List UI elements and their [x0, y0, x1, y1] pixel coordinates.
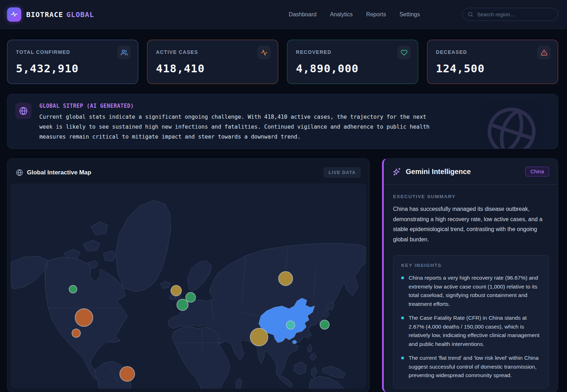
- region-badge[interactable]: China: [525, 167, 549, 177]
- world-map-svg: [11, 183, 366, 389]
- gemini-header: Gemini Intelligence China: [384, 159, 558, 185]
- bullet-dot-icon: [401, 276, 404, 279]
- map-title: Global Interactive Map: [27, 169, 91, 176]
- search-input[interactable]: [476, 11, 553, 18]
- stat-card-deceased: DECEASED 124,500: [427, 40, 558, 84]
- global-sitrep-panel: GLOBAL SITREP (AI GENERATED) Current glo…: [7, 94, 558, 149]
- stat-value: 4,890,000: [296, 62, 409, 75]
- case-bubble-germany[interactable]: [186, 292, 196, 302]
- brand-accent: GLOBAL: [66, 10, 94, 19]
- stat-label: RECOVERED: [296, 49, 409, 55]
- users-icon: [117, 46, 131, 59]
- stat-card-total-confirmed: TOTAL CONFIRMED 5,432,910: [7, 40, 138, 84]
- key-insights-list: China reports a very high recovery rate …: [401, 274, 540, 380]
- case-bubble-japan[interactable]: [320, 320, 329, 329]
- app-logo: [7, 7, 21, 22]
- case-bubble-china[interactable]: [286, 321, 295, 329]
- case-bubble-russia[interactable]: [279, 271, 293, 286]
- sitrep-body: Current global stats indicate a signific…: [39, 112, 433, 142]
- globe-icon: [16, 169, 23, 176]
- bullet-dot-icon: [401, 357, 404, 359]
- sitrep-title: GLOBAL SITREP (AI GENERATED): [39, 103, 433, 109]
- land-madagascar: [236, 378, 242, 389]
- stats-row: TOTAL CONFIRMED 5,432,910 ACTIVE CASES 4…: [7, 40, 558, 84]
- gemini-intelligence-panel: Gemini Intelligence China EXECUTIVE SUMM…: [382, 158, 558, 392]
- case-bubble-mexico[interactable]: [72, 329, 80, 337]
- gemini-title: Gemini Intelligence: [406, 168, 471, 176]
- activity-icon: [257, 46, 271, 59]
- land-greenland: [116, 200, 171, 292]
- bullet-dot-icon: [401, 317, 404, 319]
- insight-item: China reports a very high recovery rate …: [401, 274, 540, 308]
- stat-value: 418,410: [156, 62, 269, 75]
- insight-item: The current 'flat trend' and 'low risk l…: [401, 354, 540, 380]
- heart-icon: [397, 46, 411, 59]
- land-scandinavia: [187, 261, 212, 291]
- case-bubble-uk[interactable]: [171, 285, 181, 296]
- search-box[interactable]: [462, 8, 558, 21]
- stat-value: 124,500: [436, 62, 549, 75]
- main-nav: Dashboard Analytics Reports Settings: [289, 11, 420, 18]
- live-data-badge: LIVE DATA: [324, 167, 361, 178]
- pulse-icon: [10, 11, 18, 18]
- nav-settings[interactable]: Settings: [399, 11, 420, 18]
- key-insights-box: KEY INSIGHTS China reports a very high r…: [393, 255, 549, 388]
- nav-dashboard[interactable]: Dashboard: [289, 11, 316, 18]
- nav-analytics[interactable]: Analytics: [330, 11, 353, 18]
- key-insights-label: KEY INSIGHTS: [401, 263, 540, 268]
- search-icon: [468, 11, 473, 17]
- gemini-body: EXECUTIVE SUMMARY China has successfully…: [384, 185, 558, 388]
- main-content: Global Interactive Map LIVE DATA: [7, 158, 558, 392]
- stat-card-recovered: RECOVERED 4,890,000: [287, 40, 418, 84]
- case-bubble-france[interactable]: [177, 299, 188, 310]
- land-australia: [309, 376, 346, 389]
- map-panel: Global Interactive Map LIVE DATA: [7, 158, 370, 392]
- brand-name: BIOTRACE: [26, 10, 63, 19]
- case-bubble-brazil[interactable]: [120, 366, 135, 381]
- brand-title: BIOTRACEGLOBAL: [26, 10, 94, 19]
- insight-text: China reports a very high recovery rate …: [409, 274, 540, 308]
- land-iceland: [160, 281, 170, 289]
- globe-icon: [15, 103, 32, 119]
- stat-card-active-cases: ACTIVE CASES 418,410: [147, 40, 278, 84]
- case-bubble-india[interactable]: [250, 328, 268, 346]
- stat-label: DECEASED: [436, 49, 549, 55]
- world-map[interactable]: [11, 183, 366, 389]
- nav-reports[interactable]: Reports: [366, 11, 386, 18]
- stat-label: TOTAL CONFIRMED: [16, 49, 129, 55]
- top-nav: BIOTRACEGLOBAL Dashboard Analytics Repor…: [0, 0, 567, 29]
- alert-triangle-icon: [537, 46, 551, 59]
- land-alaska: [11, 256, 48, 289]
- map-header: Global Interactive Map LIVE DATA: [11, 162, 366, 183]
- case-bubble-usa[interactable]: [75, 309, 93, 326]
- insight-text: The current 'flat trend' and 'low risk l…: [409, 354, 540, 380]
- sparkle-icon: [392, 167, 401, 176]
- exec-summary-label: EXECUTIVE SUMMARY: [393, 194, 549, 199]
- case-bubble-canada[interactable]: [69, 285, 77, 293]
- insight-text: The Case Fatality Rate (CFR) in China st…: [409, 314, 540, 348]
- stat-label: ACTIVE CASES: [156, 49, 269, 55]
- stat-value: 5,432,910: [16, 62, 129, 75]
- insight-item: The Case Fatality Rate (CFR) in China st…: [401, 314, 540, 348]
- globe-watermark-icon: [478, 98, 545, 149]
- exec-summary-body: China has successfully managed its disea…: [393, 204, 549, 245]
